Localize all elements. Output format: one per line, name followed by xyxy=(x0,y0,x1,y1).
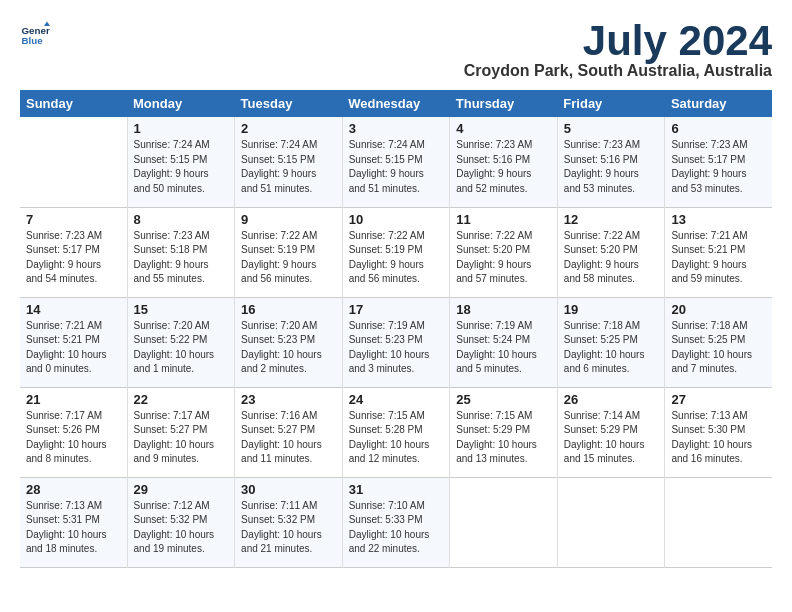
day-number: 26 xyxy=(564,392,659,407)
day-number: 20 xyxy=(671,302,766,317)
day-cell: 31Sunrise: 7:10 AM Sunset: 5:33 PM Dayli… xyxy=(342,477,450,567)
day-number: 8 xyxy=(134,212,229,227)
day-info: Sunrise: 7:21 AM Sunset: 5:21 PM Dayligh… xyxy=(26,319,121,377)
day-number: 23 xyxy=(241,392,336,407)
day-cell: 28Sunrise: 7:13 AM Sunset: 5:31 PM Dayli… xyxy=(20,477,127,567)
day-info: Sunrise: 7:17 AM Sunset: 5:26 PM Dayligh… xyxy=(26,409,121,467)
day-info: Sunrise: 7:13 AM Sunset: 5:31 PM Dayligh… xyxy=(26,499,121,557)
day-number: 12 xyxy=(564,212,659,227)
day-number: 11 xyxy=(456,212,551,227)
day-cell: 18Sunrise: 7:19 AM Sunset: 5:24 PM Dayli… xyxy=(450,297,558,387)
day-cell: 27Sunrise: 7:13 AM Sunset: 5:30 PM Dayli… xyxy=(665,387,772,477)
day-cell: 16Sunrise: 7:20 AM Sunset: 5:23 PM Dayli… xyxy=(235,297,343,387)
day-number: 9 xyxy=(241,212,336,227)
day-number: 13 xyxy=(671,212,766,227)
month-title: July 2024 xyxy=(464,20,772,62)
day-cell: 19Sunrise: 7:18 AM Sunset: 5:25 PM Dayli… xyxy=(557,297,665,387)
day-cell: 3Sunrise: 7:24 AM Sunset: 5:15 PM Daylig… xyxy=(342,117,450,207)
day-info: Sunrise: 7:19 AM Sunset: 5:24 PM Dayligh… xyxy=(456,319,551,377)
day-info: Sunrise: 7:21 AM Sunset: 5:21 PM Dayligh… xyxy=(671,229,766,287)
day-info: Sunrise: 7:24 AM Sunset: 5:15 PM Dayligh… xyxy=(349,138,444,196)
logo-icon: General Blue xyxy=(20,20,50,50)
day-cell: 6Sunrise: 7:23 AM Sunset: 5:17 PM Daylig… xyxy=(665,117,772,207)
day-info: Sunrise: 7:22 AM Sunset: 5:20 PM Dayligh… xyxy=(564,229,659,287)
day-info: Sunrise: 7:13 AM Sunset: 5:30 PM Dayligh… xyxy=(671,409,766,467)
day-cell: 9Sunrise: 7:22 AM Sunset: 5:19 PM Daylig… xyxy=(235,207,343,297)
day-cell: 5Sunrise: 7:23 AM Sunset: 5:16 PM Daylig… xyxy=(557,117,665,207)
day-cell xyxy=(557,477,665,567)
day-cell xyxy=(665,477,772,567)
week-row: 28Sunrise: 7:13 AM Sunset: 5:31 PM Dayli… xyxy=(20,477,772,567)
day-info: Sunrise: 7:22 AM Sunset: 5:20 PM Dayligh… xyxy=(456,229,551,287)
day-cell: 21Sunrise: 7:17 AM Sunset: 5:26 PM Dayli… xyxy=(20,387,127,477)
svg-text:General: General xyxy=(22,25,51,36)
day-number: 29 xyxy=(134,482,229,497)
day-number: 18 xyxy=(456,302,551,317)
day-info: Sunrise: 7:18 AM Sunset: 5:25 PM Dayligh… xyxy=(671,319,766,377)
day-number: 25 xyxy=(456,392,551,407)
day-cell: 30Sunrise: 7:11 AM Sunset: 5:32 PM Dayli… xyxy=(235,477,343,567)
header-cell-thursday: Thursday xyxy=(450,90,558,117)
day-cell: 8Sunrise: 7:23 AM Sunset: 5:18 PM Daylig… xyxy=(127,207,235,297)
location-title: Croydon Park, South Australia, Australia xyxy=(464,62,772,80)
day-number: 4 xyxy=(456,121,551,136)
day-info: Sunrise: 7:22 AM Sunset: 5:19 PM Dayligh… xyxy=(349,229,444,287)
day-cell: 4Sunrise: 7:23 AM Sunset: 5:16 PM Daylig… xyxy=(450,117,558,207)
day-number: 2 xyxy=(241,121,336,136)
day-info: Sunrise: 7:23 AM Sunset: 5:18 PM Dayligh… xyxy=(134,229,229,287)
day-info: Sunrise: 7:10 AM Sunset: 5:33 PM Dayligh… xyxy=(349,499,444,557)
day-info: Sunrise: 7:23 AM Sunset: 5:16 PM Dayligh… xyxy=(564,138,659,196)
day-info: Sunrise: 7:20 AM Sunset: 5:22 PM Dayligh… xyxy=(134,319,229,377)
header-cell-tuesday: Tuesday xyxy=(235,90,343,117)
day-info: Sunrise: 7:19 AM Sunset: 5:23 PM Dayligh… xyxy=(349,319,444,377)
header: General Blue July 2024 Croydon Park, Sou… xyxy=(20,20,772,80)
day-info: Sunrise: 7:23 AM Sunset: 5:16 PM Dayligh… xyxy=(456,138,551,196)
week-row: 1Sunrise: 7:24 AM Sunset: 5:15 PM Daylig… xyxy=(20,117,772,207)
day-cell: 24Sunrise: 7:15 AM Sunset: 5:28 PM Dayli… xyxy=(342,387,450,477)
day-cell: 2Sunrise: 7:24 AM Sunset: 5:15 PM Daylig… xyxy=(235,117,343,207)
day-info: Sunrise: 7:23 AM Sunset: 5:17 PM Dayligh… xyxy=(671,138,766,196)
day-cell xyxy=(450,477,558,567)
day-info: Sunrise: 7:20 AM Sunset: 5:23 PM Dayligh… xyxy=(241,319,336,377)
logo: General Blue xyxy=(20,20,50,50)
day-number: 5 xyxy=(564,121,659,136)
day-cell: 7Sunrise: 7:23 AM Sunset: 5:17 PM Daylig… xyxy=(20,207,127,297)
day-number: 14 xyxy=(26,302,121,317)
day-number: 15 xyxy=(134,302,229,317)
header-cell-friday: Friday xyxy=(557,90,665,117)
day-number: 22 xyxy=(134,392,229,407)
day-number: 6 xyxy=(671,121,766,136)
header-cell-sunday: Sunday xyxy=(20,90,127,117)
day-info: Sunrise: 7:11 AM Sunset: 5:32 PM Dayligh… xyxy=(241,499,336,557)
header-cell-saturday: Saturday xyxy=(665,90,772,117)
day-number: 7 xyxy=(26,212,121,227)
day-info: Sunrise: 7:24 AM Sunset: 5:15 PM Dayligh… xyxy=(241,138,336,196)
day-cell: 13Sunrise: 7:21 AM Sunset: 5:21 PM Dayli… xyxy=(665,207,772,297)
day-cell: 1Sunrise: 7:24 AM Sunset: 5:15 PM Daylig… xyxy=(127,117,235,207)
day-cell: 15Sunrise: 7:20 AM Sunset: 5:22 PM Dayli… xyxy=(127,297,235,387)
day-cell: 23Sunrise: 7:16 AM Sunset: 5:27 PM Dayli… xyxy=(235,387,343,477)
day-cell: 20Sunrise: 7:18 AM Sunset: 5:25 PM Dayli… xyxy=(665,297,772,387)
day-info: Sunrise: 7:18 AM Sunset: 5:25 PM Dayligh… xyxy=(564,319,659,377)
day-number: 30 xyxy=(241,482,336,497)
day-number: 24 xyxy=(349,392,444,407)
day-info: Sunrise: 7:16 AM Sunset: 5:27 PM Dayligh… xyxy=(241,409,336,467)
day-number: 31 xyxy=(349,482,444,497)
day-number: 17 xyxy=(349,302,444,317)
day-info: Sunrise: 7:12 AM Sunset: 5:32 PM Dayligh… xyxy=(134,499,229,557)
day-info: Sunrise: 7:17 AM Sunset: 5:27 PM Dayligh… xyxy=(134,409,229,467)
day-cell: 26Sunrise: 7:14 AM Sunset: 5:29 PM Dayli… xyxy=(557,387,665,477)
title-section: July 2024 Croydon Park, South Australia,… xyxy=(464,20,772,80)
week-row: 21Sunrise: 7:17 AM Sunset: 5:26 PM Dayli… xyxy=(20,387,772,477)
day-cell: 14Sunrise: 7:21 AM Sunset: 5:21 PM Dayli… xyxy=(20,297,127,387)
header-row: SundayMondayTuesdayWednesdayThursdayFrid… xyxy=(20,90,772,117)
svg-text:Blue: Blue xyxy=(22,35,44,46)
day-cell: 22Sunrise: 7:17 AM Sunset: 5:27 PM Dayli… xyxy=(127,387,235,477)
week-row: 14Sunrise: 7:21 AM Sunset: 5:21 PM Dayli… xyxy=(20,297,772,387)
day-number: 10 xyxy=(349,212,444,227)
day-number: 16 xyxy=(241,302,336,317)
day-cell: 12Sunrise: 7:22 AM Sunset: 5:20 PM Dayli… xyxy=(557,207,665,297)
day-info: Sunrise: 7:14 AM Sunset: 5:29 PM Dayligh… xyxy=(564,409,659,467)
header-cell-monday: Monday xyxy=(127,90,235,117)
day-number: 21 xyxy=(26,392,121,407)
